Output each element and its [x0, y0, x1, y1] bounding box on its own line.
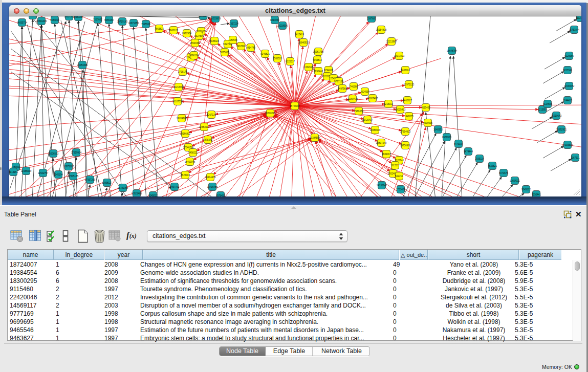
svg-text:12213967: 12213967 [386, 40, 397, 43]
svg-text:1415419: 1415419 [295, 33, 304, 36]
svg-text:1180546: 1180546 [228, 39, 237, 41]
svg-text:8322037: 8322037 [286, 60, 295, 63]
svg-text:9129966: 9129966 [564, 55, 574, 57]
svg-text:9960123: 9960123 [169, 29, 178, 32]
svg-text:7485063: 7485063 [401, 69, 410, 72]
svg-text:7632621: 7632621 [488, 165, 497, 167]
svg-text:19218506: 19218506 [277, 25, 288, 27]
svg-text:19384554: 19384554 [310, 137, 320, 139]
svg-text:9896104: 9896104 [189, 54, 199, 57]
svg-text:522214: 522214 [395, 175, 403, 178]
svg-text:9463627: 9463627 [403, 99, 412, 102]
svg-text:9777169: 9777169 [334, 80, 343, 83]
svg-text:9245612: 9245612 [521, 188, 531, 191]
svg-text:19654983: 19654983 [177, 117, 187, 120]
svg-text:1145194: 1145194 [54, 173, 63, 176]
svg-text:1663814: 1663814 [50, 19, 59, 21]
svg-text:12033872: 12033872 [564, 85, 575, 87]
svg-text:7515526: 7515526 [141, 23, 150, 26]
svg-text:10654112: 10654112 [510, 180, 520, 182]
svg-text:7357224: 7357224 [229, 23, 238, 25]
svg-text:8912954: 8912954 [182, 32, 191, 35]
svg-text:16671355: 16671355 [128, 22, 139, 25]
svg-text:6497568: 6497568 [338, 87, 347, 90]
svg-text:9474444: 9474444 [464, 150, 473, 153]
svg-text:10653267: 10653267 [73, 16, 84, 18]
svg-text:14055714: 14055714 [17, 21, 28, 24]
svg-text:9227341: 9227341 [563, 69, 572, 72]
svg-text:16154808: 16154808 [376, 29, 387, 31]
svg-text:3875685: 3875685 [220, 51, 229, 54]
svg-text:18300295: 18300295 [265, 112, 276, 115]
svg-text:8454749: 8454749 [246, 47, 255, 49]
svg-text:16914479: 16914479 [205, 176, 216, 179]
svg-text:7955812: 7955812 [313, 59, 322, 61]
svg-text:20206533: 20206533 [48, 152, 59, 155]
svg-text:9884067: 9884067 [382, 153, 391, 156]
svg-text:2093145: 2093145 [28, 16, 37, 17]
svg-text:19756928: 19756928 [400, 144, 411, 147]
svg-text:15751074: 15751074 [569, 29, 580, 31]
svg-text:9327509: 9327509 [194, 35, 204, 37]
svg-text:6966160: 6966160 [104, 19, 114, 21]
svg-text:14136141: 14136141 [377, 184, 387, 187]
svg-text:746266: 746266 [350, 85, 358, 88]
svg-text:16640910: 16640910 [298, 41, 309, 44]
svg-text:9350441: 9350441 [532, 193, 541, 196]
svg-text:8976453: 8976453 [216, 194, 225, 196]
svg-text:7663822: 7663822 [155, 28, 164, 30]
svg-text:1588520: 1588520 [273, 57, 282, 60]
svg-text:12975125: 12975125 [404, 83, 415, 86]
svg-text:12213363: 12213363 [173, 86, 184, 89]
svg-text:15720407: 15720407 [362, 119, 373, 121]
svg-text:20691406: 20691406 [36, 20, 47, 23]
svg-text:1167531: 1167531 [571, 157, 580, 159]
svg-text:17359924: 17359924 [71, 151, 82, 154]
svg-text:23053346: 23053346 [77, 64, 88, 67]
svg-text:1527602: 1527602 [93, 18, 102, 21]
svg-text:16033809: 16033809 [210, 17, 221, 20]
svg-text:1640953: 1640953 [433, 128, 443, 131]
svg-text:8990448: 8990448 [314, 70, 323, 73]
svg-text:1362615: 1362615 [304, 66, 313, 69]
svg-text:15692921: 15692921 [556, 128, 567, 131]
svg-text:8267130: 8267130 [207, 114, 216, 116]
svg-text:8186323: 8186323 [210, 40, 219, 42]
svg-text:16210643: 16210643 [551, 115, 562, 117]
svg-text:10807487: 10807487 [367, 97, 378, 100]
svg-text:9245012: 9245012 [148, 194, 158, 196]
svg-text:3215953: 3215953 [538, 108, 547, 111]
svg-text:2087682: 2087682 [367, 17, 376, 20]
svg-text:17957265: 17957265 [85, 179, 96, 181]
svg-text:1949575: 1949575 [404, 115, 413, 118]
svg-text:10688609: 10688609 [370, 129, 381, 132]
svg-text:13716485: 13716485 [207, 186, 218, 188]
svg-text:3120746: 3120746 [395, 159, 404, 162]
svg-text:8938923: 8938923 [442, 136, 451, 139]
svg-text:17016504: 17016504 [562, 144, 573, 146]
svg-text:8813054: 8813054 [270, 19, 279, 21]
svg-text:5498222: 5498222 [188, 151, 198, 154]
svg-text:6479197: 6479197 [454, 143, 463, 145]
svg-text:1489001: 1489001 [11, 166, 20, 168]
svg-text:1244415: 1244415 [563, 99, 572, 102]
svg-text:16961758: 16961758 [313, 51, 324, 53]
svg-text:18724007: 18724007 [290, 105, 300, 107]
svg-text:10025433: 10025433 [395, 108, 406, 111]
svg-text:1733426: 1733426 [396, 188, 405, 191]
svg-text:6216012: 6216012 [384, 103, 393, 105]
svg-text:8813054: 8813054 [199, 16, 208, 17]
svg-text:9699695: 9699695 [423, 122, 432, 124]
svg-text:12156829: 12156829 [21, 170, 32, 172]
svg-text:2967608: 2967608 [236, 45, 246, 48]
svg-text:3624554: 3624554 [360, 91, 369, 93]
svg-text:10975867: 10975867 [63, 165, 74, 168]
svg-text:16107552: 16107552 [172, 100, 183, 103]
svg-text:9457791: 9457791 [170, 186, 179, 188]
svg-text:1112304: 1112304 [576, 17, 581, 19]
svg-text:2718176: 2718176 [178, 71, 187, 73]
svg-text:12353594: 12353594 [199, 126, 210, 128]
svg-text:16782759: 16782759 [118, 187, 128, 189]
svg-text:7986372: 7986372 [354, 110, 363, 113]
svg-text:5878342: 5878342 [203, 139, 212, 141]
